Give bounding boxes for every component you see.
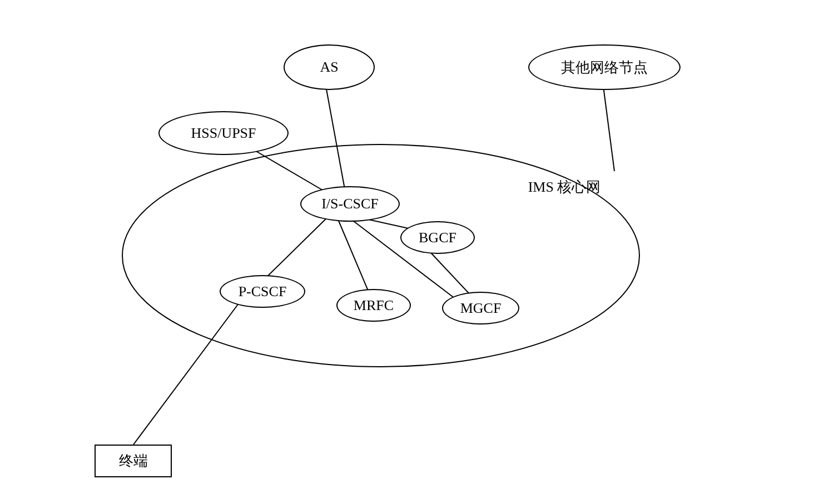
svg-line-1	[326, 86, 345, 189]
node-other-network-label: 其他网络节点	[561, 58, 648, 77]
svg-line-2	[603, 86, 614, 171]
node-hss-upsf-label: HSS/UPSF	[191, 125, 256, 142]
node-bgcf-label: BGCF	[419, 229, 456, 246]
node-hss-upsf: HSS/UPSF	[158, 111, 289, 155]
node-as-label: AS	[320, 59, 338, 76]
node-is-cscf: I/S-CSCF	[300, 186, 400, 222]
node-terminal-label: 终端	[119, 451, 148, 471]
node-other-network: 其他网络节点	[528, 44, 681, 90]
node-mrfc: MRFC	[336, 289, 411, 322]
svg-line-6	[266, 217, 328, 278]
node-p-cscf: P-CSCF	[220, 275, 305, 308]
svg-line-9	[133, 303, 239, 445]
svg-line-5	[431, 253, 473, 297]
node-mrfc-label: MRFC	[354, 297, 394, 314]
node-mgcf: MGCF	[442, 292, 519, 325]
node-mgcf-label: MGCF	[460, 300, 502, 317]
svg-line-7	[338, 219, 370, 295]
node-p-cscf-label: P-CSCF	[239, 283, 287, 300]
connectors	[0, 0, 819, 504]
node-bgcf: BGCF	[400, 221, 475, 254]
node-is-cscf-label: I/S-CSCF	[321, 196, 379, 212]
ims-core-label: IMS 核心网	[525, 178, 603, 197]
node-as: AS	[284, 44, 375, 90]
node-terminal: 终端	[95, 445, 172, 477]
